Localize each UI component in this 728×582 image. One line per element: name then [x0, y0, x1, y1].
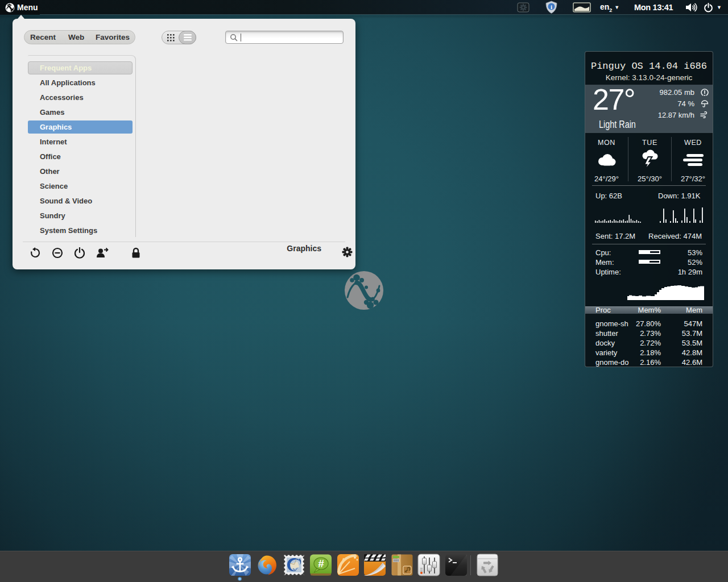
svg-text:i: i: [551, 3, 552, 10]
svg-text:#: #: [318, 558, 324, 569]
